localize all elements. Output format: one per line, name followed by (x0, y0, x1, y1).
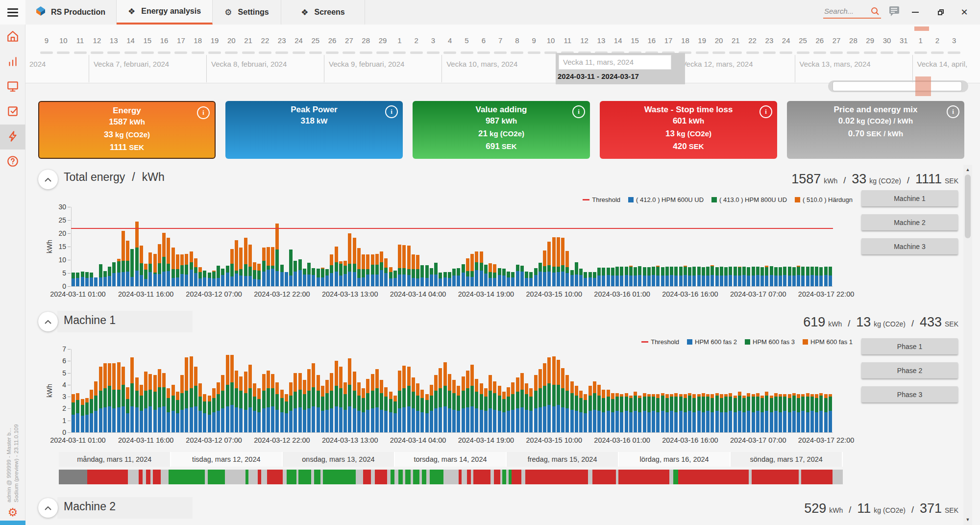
week-label[interactable]: Vecka 8, februari, 2024 (211, 60, 287, 68)
timeline-day-number[interactable]: 21 (244, 36, 252, 45)
kpi-card-value-adding[interactable]: Value addingi987 kWh21 kg (CO2e)691 SEK (413, 101, 590, 159)
status-segment[interactable] (588, 470, 593, 484)
status-segment[interactable] (512, 470, 521, 484)
status-segment[interactable] (462, 470, 467, 484)
status-segment[interactable] (502, 470, 506, 484)
week-label[interactable]: Vecka 14, april, (917, 60, 968, 68)
status-segment[interactable] (375, 470, 388, 484)
timeline-day-number[interactable]: 14 (126, 36, 135, 45)
timeline-day-number[interactable]: 10 (547, 36, 555, 45)
timeline-day-number[interactable]: 22 (748, 36, 757, 45)
timeline-day-number[interactable]: 20 (227, 36, 236, 45)
kpi-card-price-energy-mix[interactable]: Price and energy mixi0.02 kg (CO2e) / kW… (787, 101, 964, 159)
timeline-day-number[interactable]: 31 (900, 36, 908, 45)
status-segment[interactable] (801, 470, 833, 484)
timeline-day-number[interactable]: 23 (278, 36, 286, 45)
feedback-chat-icon[interactable] (889, 6, 900, 16)
timeline-range-selector[interactable] (828, 79, 968, 93)
week-label[interactable]: Vecka 13, mars, 2024 (800, 60, 871, 68)
status-segment[interactable] (525, 470, 588, 484)
tab-rs-production[interactable]: RS Production (25, 0, 117, 25)
status-segment[interactable] (371, 470, 375, 484)
phase-2-button[interactable]: Phase 2 (861, 362, 958, 378)
timeline-day-number[interactable]: 5 (465, 36, 468, 45)
timeline-day-number[interactable]: 19 (698, 36, 706, 45)
timeline-day-number[interactable]: 17 (177, 36, 185, 45)
tab-energy-analysis[interactable]: ❖Energy analysis (117, 0, 213, 25)
timeline-day-number[interactable]: 1 (918, 36, 922, 45)
status-segment[interactable] (146, 470, 151, 484)
status-segment[interactable] (467, 470, 471, 484)
collapse-machine2-button[interactable] (38, 498, 58, 518)
timeline-day-number[interactable]: 28 (849, 36, 858, 45)
timeline-day-number[interactable]: 15 (631, 36, 639, 45)
status-segment[interactable] (287, 470, 296, 484)
phase-1-button[interactable]: Phase 1 (861, 338, 958, 354)
timeline-day-number[interactable]: 27 (345, 36, 353, 45)
day-header[interactable]: torsdag, mars 14, 2024 (395, 452, 507, 467)
sidebar-item-home[interactable] (0, 25, 25, 50)
timeline-day-number[interactable]: 13 (110, 36, 118, 45)
timeline-day-number[interactable]: 18 (681, 36, 689, 45)
machine-2-button[interactable]: Machine 2 (861, 214, 958, 230)
selected-week-label[interactable]: Vecka 11, mars, 2024 (559, 55, 671, 70)
timeline-day-number[interactable]: 15 (143, 36, 151, 45)
status-segment[interactable] (314, 470, 320, 484)
status-segment[interactable] (323, 470, 356, 484)
timeline-day-number[interactable]: 21 (732, 36, 740, 45)
timeline-day-number[interactable]: 20 (715, 36, 723, 45)
status-segment[interactable] (283, 470, 287, 484)
range-selector-pill[interactable] (833, 82, 961, 91)
status-segment[interactable] (87, 470, 128, 484)
tab-screens[interactable]: ❖Screens (281, 0, 365, 25)
status-segment[interactable] (752, 470, 799, 484)
scroll-down-button[interactable]: ▼ (963, 516, 972, 524)
collapse-machine1-button[interactable] (38, 312, 58, 331)
week-label[interactable]: Vecka 9, februari, 2024 (329, 60, 404, 68)
search-input[interactable]: Search... (823, 5, 881, 20)
info-icon[interactable]: i (947, 105, 959, 118)
day-header[interactable]: söndag, mars 17, 2024 (731, 452, 843, 467)
kpi-card-peak-power[interactable]: Peak Poweri318 kW (225, 101, 403, 159)
status-segment[interactable] (139, 470, 143, 484)
timeline-day-number[interactable]: 9 (45, 36, 49, 45)
status-segment[interactable] (398, 470, 403, 484)
status-segment[interactable] (443, 470, 458, 484)
status-segment[interactable] (59, 470, 87, 484)
week-label[interactable]: Vecka 7, februari, 2024 (94, 60, 169, 68)
day-header[interactable]: lördag, mars 16, 2024 (619, 452, 731, 467)
timeline-day-number[interactable]: 12 (580, 36, 588, 45)
restore-window-button[interactable] (931, 0, 951, 25)
status-segment[interactable] (833, 470, 843, 484)
timeline-day-number[interactable]: 29 (866, 36, 874, 45)
status-segment[interactable] (391, 470, 394, 484)
range-selector-position-band[interactable] (915, 76, 931, 96)
status-segment[interactable] (248, 470, 258, 484)
machine-3-button[interactable]: Machine 3 (861, 238, 958, 254)
timeline-day-number[interactable]: 24 (294, 36, 303, 45)
status-segment[interactable] (225, 470, 245, 484)
scroll-up-button[interactable]: ▲ (963, 166, 972, 174)
timeline-day-number[interactable]: 16 (647, 36, 656, 45)
sidebar-item-tasks[interactable] (0, 100, 25, 125)
machine1-status-strip[interactable] (59, 470, 843, 484)
timeline-day-number[interactable]: 26 (815, 36, 824, 45)
status-segment[interactable] (669, 470, 673, 484)
week-label[interactable]: Vecka 10, mars, 2024 (446, 60, 517, 68)
timeline-day-number[interactable]: 17 (664, 36, 673, 45)
timeline-day-number[interactable]: 3 (952, 36, 956, 45)
timeline-day-number[interactable]: 1 (397, 36, 401, 45)
status-segment[interactable] (261, 470, 268, 484)
kpi-card-waste-stop-time-loss[interactable]: Waste - Stop time lossi601 kWh13 kg (CO2… (600, 101, 777, 159)
week-timeline[interactable]: Vecka 11, mars, 2024 2024-03-11 - 2024-0… (25, 25, 980, 83)
timeline-day-number[interactable]: 29 (379, 36, 387, 45)
timeline-day-number[interactable]: 25 (799, 36, 807, 45)
phase-3-button[interactable]: Phase 3 (861, 386, 958, 402)
status-segment[interactable] (413, 470, 419, 484)
info-icon[interactable]: i (197, 106, 210, 119)
status-segment[interactable] (678, 470, 749, 484)
day-header[interactable]: måndag, mars 11, 2024 (59, 452, 171, 467)
timeline-day-number[interactable]: 9 (532, 36, 536, 45)
week-label[interactable]: 2024 (29, 60, 46, 68)
minimize-button[interactable] (906, 0, 925, 25)
